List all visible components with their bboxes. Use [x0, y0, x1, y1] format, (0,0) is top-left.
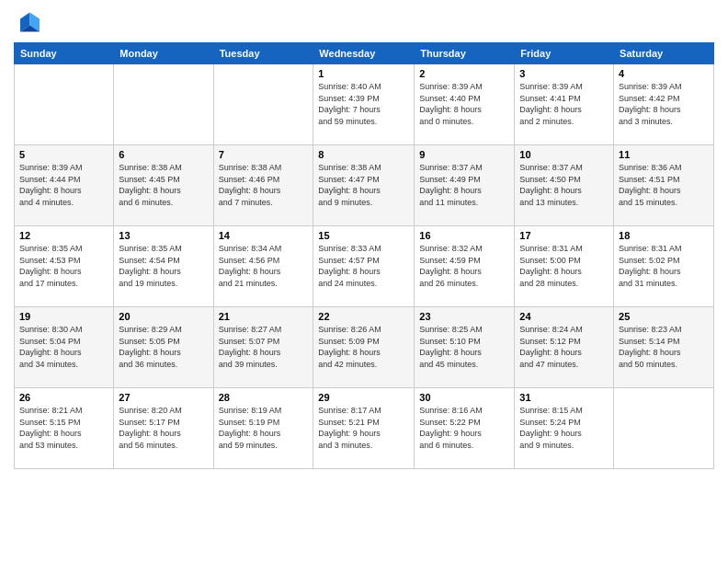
day-number: 4: [619, 68, 709, 79]
week-row-3: 12Sunrise: 8:35 AM Sunset: 4:53 PM Dayli…: [15, 226, 714, 307]
logo-icon: [14, 9, 40, 35]
weekday-header-sunday: Sunday: [15, 43, 114, 64]
logo: [14, 9, 43, 35]
day-cell-12: 12Sunrise: 8:35 AM Sunset: 4:53 PM Dayli…: [15, 226, 114, 307]
day-cell-7: 7Sunrise: 8:38 AM Sunset: 4:46 PM Daylig…: [213, 145, 313, 226]
day-cell-30: 30Sunrise: 8:16 AM Sunset: 5:22 PM Dayli…: [415, 388, 515, 469]
day-info: Sunrise: 8:17 AM Sunset: 5:21 PM Dayligh…: [318, 405, 409, 451]
day-cell-19: 19Sunrise: 8:30 AM Sunset: 5:04 PM Dayli…: [15, 307, 114, 388]
day-info: Sunrise: 8:23 AM Sunset: 5:14 PM Dayligh…: [619, 324, 709, 370]
day-cell-17: 17Sunrise: 8:31 AM Sunset: 5:00 PM Dayli…: [515, 226, 614, 307]
day-number: 25: [619, 311, 709, 322]
day-number: 28: [219, 392, 309, 403]
day-number: 27: [119, 392, 208, 403]
day-info: Sunrise: 8:36 AM Sunset: 4:51 PM Dayligh…: [619, 162, 709, 208]
day-info: Sunrise: 8:31 AM Sunset: 5:00 PM Dayligh…: [519, 243, 609, 289]
day-info: Sunrise: 8:38 AM Sunset: 4:46 PM Dayligh…: [219, 162, 309, 208]
day-info: Sunrise: 8:39 AM Sunset: 4:44 PM Dayligh…: [19, 162, 108, 208]
empty-cell: [15, 64, 114, 145]
day-number: 12: [19, 230, 108, 241]
day-cell-23: 23Sunrise: 8:25 AM Sunset: 5:10 PM Dayli…: [415, 307, 515, 388]
empty-cell: [614, 388, 714, 469]
day-cell-5: 5Sunrise: 8:39 AM Sunset: 4:44 PM Daylig…: [15, 145, 114, 226]
day-info: Sunrise: 8:29 AM Sunset: 5:05 PM Dayligh…: [119, 324, 208, 370]
day-info: Sunrise: 8:20 AM Sunset: 5:17 PM Dayligh…: [119, 405, 208, 451]
day-cell-27: 27Sunrise: 8:20 AM Sunset: 5:17 PM Dayli…: [114, 388, 213, 469]
day-cell-16: 16Sunrise: 8:32 AM Sunset: 4:59 PM Dayli…: [415, 226, 515, 307]
day-info: Sunrise: 8:24 AM Sunset: 5:12 PM Dayligh…: [519, 324, 609, 370]
day-number: 13: [119, 230, 208, 241]
day-cell-9: 9Sunrise: 8:37 AM Sunset: 4:49 PM Daylig…: [415, 145, 515, 226]
week-row-5: 26Sunrise: 8:21 AM Sunset: 5:15 PM Dayli…: [15, 388, 714, 469]
day-cell-8: 8Sunrise: 8:38 AM Sunset: 4:47 PM Daylig…: [313, 145, 415, 226]
day-cell-20: 20Sunrise: 8:29 AM Sunset: 5:05 PM Dayli…: [114, 307, 213, 388]
weekday-header-friday: Friday: [515, 43, 614, 64]
day-number: 22: [318, 311, 409, 322]
day-cell-31: 31Sunrise: 8:15 AM Sunset: 5:24 PM Dayli…: [515, 388, 614, 469]
day-info: Sunrise: 8:35 AM Sunset: 4:53 PM Dayligh…: [19, 243, 108, 289]
day-cell-6: 6Sunrise: 8:38 AM Sunset: 4:45 PM Daylig…: [114, 145, 213, 226]
day-info: Sunrise: 8:39 AM Sunset: 4:41 PM Dayligh…: [519, 81, 609, 127]
day-number: 14: [219, 230, 309, 241]
day-number: 29: [318, 392, 409, 403]
calendar-table: SundayMondayTuesdayWednesdayThursdayFrid…: [14, 42, 714, 469]
day-cell-1: 1Sunrise: 8:40 AM Sunset: 4:39 PM Daylig…: [313, 64, 415, 145]
day-number: 6: [119, 149, 208, 160]
weekday-header-row: SundayMondayTuesdayWednesdayThursdayFrid…: [15, 43, 714, 64]
day-cell-18: 18Sunrise: 8:31 AM Sunset: 5:02 PM Dayli…: [614, 226, 714, 307]
weekday-header-saturday: Saturday: [614, 43, 714, 64]
day-number: 10: [519, 149, 609, 160]
day-info: Sunrise: 8:37 AM Sunset: 4:50 PM Dayligh…: [519, 162, 609, 208]
day-info: Sunrise: 8:31 AM Sunset: 5:02 PM Dayligh…: [619, 243, 709, 289]
day-info: Sunrise: 8:30 AM Sunset: 5:04 PM Dayligh…: [19, 324, 108, 370]
day-cell-3: 3Sunrise: 8:39 AM Sunset: 4:41 PM Daylig…: [515, 64, 614, 145]
week-row-2: 5Sunrise: 8:39 AM Sunset: 4:44 PM Daylig…: [15, 145, 714, 226]
day-cell-28: 28Sunrise: 8:19 AM Sunset: 5:19 PM Dayli…: [213, 388, 313, 469]
day-info: Sunrise: 8:16 AM Sunset: 5:22 PM Dayligh…: [419, 405, 509, 451]
day-info: Sunrise: 8:27 AM Sunset: 5:07 PM Dayligh…: [219, 324, 309, 370]
weekday-header-tuesday: Tuesday: [213, 43, 313, 64]
day-info: Sunrise: 8:39 AM Sunset: 4:42 PM Dayligh…: [619, 81, 709, 127]
empty-cell: [213, 64, 313, 145]
day-number: 31: [519, 392, 609, 403]
day-cell-10: 10Sunrise: 8:37 AM Sunset: 4:50 PM Dayli…: [515, 145, 614, 226]
day-info: Sunrise: 8:34 AM Sunset: 4:56 PM Dayligh…: [219, 243, 309, 289]
day-number: 5: [19, 149, 108, 160]
day-cell-29: 29Sunrise: 8:17 AM Sunset: 5:21 PM Dayli…: [313, 388, 415, 469]
day-number: 21: [219, 311, 309, 322]
day-cell-2: 2Sunrise: 8:39 AM Sunset: 4:40 PM Daylig…: [415, 64, 515, 145]
day-cell-21: 21Sunrise: 8:27 AM Sunset: 5:07 PM Dayli…: [213, 307, 313, 388]
day-number: 3: [519, 68, 609, 79]
day-number: 2: [419, 68, 509, 79]
weekday-header-thursday: Thursday: [415, 43, 515, 64]
day-cell-11: 11Sunrise: 8:36 AM Sunset: 4:51 PM Dayli…: [614, 145, 714, 226]
day-info: Sunrise: 8:40 AM Sunset: 4:39 PM Dayligh…: [318, 81, 409, 127]
day-number: 15: [318, 230, 409, 241]
day-info: Sunrise: 8:26 AM Sunset: 5:09 PM Dayligh…: [318, 324, 409, 370]
day-number: 19: [19, 311, 108, 322]
week-row-4: 19Sunrise: 8:30 AM Sunset: 5:04 PM Dayli…: [15, 307, 714, 388]
day-number: 16: [419, 230, 509, 241]
weekday-header-wednesday: Wednesday: [313, 43, 415, 64]
day-number: 11: [619, 149, 709, 160]
day-cell-24: 24Sunrise: 8:24 AM Sunset: 5:12 PM Dayli…: [515, 307, 614, 388]
day-info: Sunrise: 8:21 AM Sunset: 5:15 PM Dayligh…: [19, 405, 108, 451]
day-info: Sunrise: 8:33 AM Sunset: 4:57 PM Dayligh…: [318, 243, 409, 289]
day-number: 30: [419, 392, 509, 403]
day-info: Sunrise: 8:38 AM Sunset: 4:47 PM Dayligh…: [318, 162, 409, 208]
day-cell-25: 25Sunrise: 8:23 AM Sunset: 5:14 PM Dayli…: [614, 307, 714, 388]
day-number: 26: [19, 392, 108, 403]
day-cell-22: 22Sunrise: 8:26 AM Sunset: 5:09 PM Dayli…: [313, 307, 415, 388]
day-number: 18: [619, 230, 709, 241]
day-number: 9: [419, 149, 509, 160]
page: SundayMondayTuesdayWednesdayThursdayFrid…: [0, 0, 728, 563]
day-number: 17: [519, 230, 609, 241]
empty-cell: [114, 64, 213, 145]
day-number: 20: [119, 311, 208, 322]
day-info: Sunrise: 8:32 AM Sunset: 4:59 PM Dayligh…: [419, 243, 509, 289]
day-number: 23: [419, 311, 509, 322]
day-cell-26: 26Sunrise: 8:21 AM Sunset: 5:15 PM Dayli…: [15, 388, 114, 469]
day-cell-4: 4Sunrise: 8:39 AM Sunset: 4:42 PM Daylig…: [614, 64, 714, 145]
day-info: Sunrise: 8:15 AM Sunset: 5:24 PM Dayligh…: [519, 405, 609, 451]
day-info: Sunrise: 8:35 AM Sunset: 4:54 PM Dayligh…: [119, 243, 208, 289]
